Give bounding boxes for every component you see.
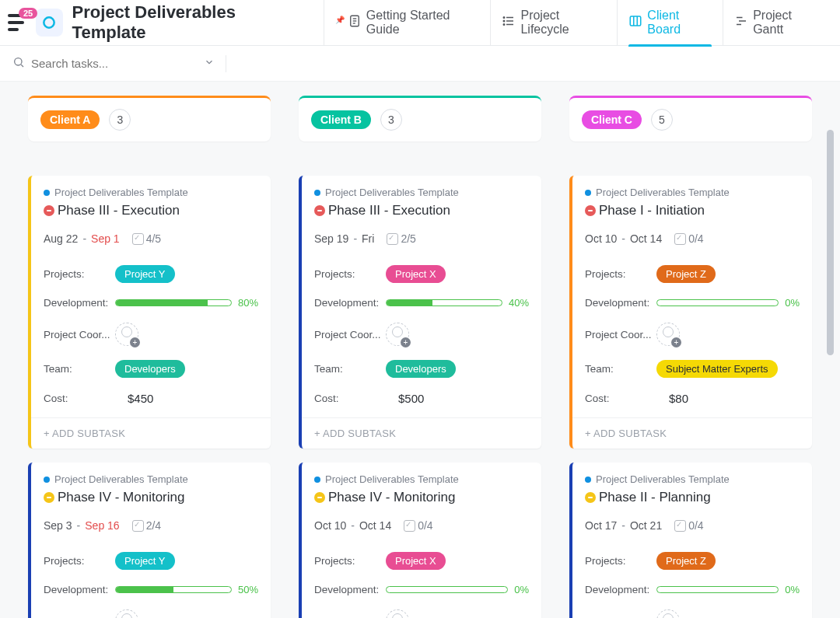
- task-card[interactable]: Project Deliverables Template Phase IV -…: [28, 463, 271, 618]
- subtask-indicator[interactable]: 2/4: [132, 519, 161, 532]
- breadcrumb[interactable]: Project Deliverables Template: [314, 187, 529, 198]
- project-tag[interactable]: Project Z: [656, 265, 716, 283]
- project-tag[interactable]: Project Z: [656, 552, 716, 570]
- progress-bar[interactable]: [386, 299, 502, 306]
- coordinator-label: Project Coor...: [314, 329, 386, 340]
- column-header[interactable]: Client B 3: [299, 96, 541, 141]
- date-from: Oct 10: [314, 519, 346, 532]
- date-row[interactable]: Oct 17 - Oct 21 0/4: [585, 519, 800, 532]
- task-card[interactable]: Project Deliverables Template Phase II -…: [569, 463, 812, 618]
- card-title[interactable]: Phase I - Initiation: [585, 203, 800, 218]
- view-tabs: 📌Getting Started GuideProject LifecycleC…: [324, 0, 832, 46]
- svg-line-18: [21, 65, 23, 67]
- projects-row: Projects: Project X: [314, 265, 529, 283]
- team-tag[interactable]: Developers: [115, 360, 185, 378]
- status-bullet-icon: [585, 205, 596, 216]
- breadcrumb[interactable]: Project Deliverables Template: [585, 473, 800, 485]
- task-card[interactable]: Project Deliverables Template Phase III …: [28, 176, 271, 449]
- subtask-indicator[interactable]: 4/5: [132, 232, 161, 245]
- date-row[interactable]: Oct 10 - Oct 14 0/4: [314, 519, 529, 532]
- menu-toggle[interactable]: 25: [8, 14, 30, 31]
- vertical-scrollbar[interactable]: [827, 130, 834, 355]
- task-card[interactable]: Project Deliverables Template Phase III …: [299, 176, 541, 449]
- team-label: Team:: [585, 363, 656, 375]
- projects-label: Projects:: [314, 268, 386, 280]
- coordinator-label: Project Coor...: [314, 616, 386, 619]
- project-tag[interactable]: Project Y: [115, 265, 175, 283]
- assign-avatar-placeholder[interactable]: [386, 609, 409, 618]
- subtask-indicator[interactable]: 0/4: [404, 519, 432, 532]
- date-row[interactable]: Aug 22 - Sep 1 4/5: [44, 232, 258, 245]
- card-title[interactable]: Phase III - Execution: [314, 203, 529, 218]
- progress-bar[interactable]: [115, 299, 232, 306]
- projects-row: Projects: Project Y: [44, 552, 258, 570]
- page-title: Project Deliverables Template: [72, 2, 305, 43]
- date-row[interactable]: Sep 3 - Sep 16 2/4: [44, 519, 258, 532]
- progress-percent: 80%: [238, 297, 258, 309]
- task-card[interactable]: Project Deliverables Template Phase I - …: [569, 176, 812, 449]
- assign-avatar-placeholder[interactable]: [386, 323, 409, 346]
- development-label: Development:: [314, 297, 386, 309]
- team-tag[interactable]: Developers: [386, 360, 456, 378]
- progress-bar[interactable]: [656, 299, 779, 306]
- date-row[interactable]: Sep 19 - Fri 2/5: [314, 232, 529, 245]
- list-icon: [502, 14, 516, 31]
- progress-bar[interactable]: [656, 586, 779, 593]
- project-tag[interactable]: Project X: [386, 552, 446, 570]
- search-box[interactable]: [12, 56, 215, 71]
- tab-client-board[interactable]: Client Board: [617, 0, 723, 46]
- development-row: Development: 0%: [585, 297, 800, 309]
- coordinator-label: Project Coor...: [585, 329, 656, 340]
- breadcrumb-text: Project Deliverables Template: [325, 187, 459, 198]
- breadcrumb[interactable]: Project Deliverables Template: [44, 187, 258, 198]
- assign-avatar-placeholder[interactable]: [115, 609, 138, 618]
- project-tag[interactable]: Project Y: [115, 552, 175, 570]
- date-to: Sep 16: [85, 519, 119, 532]
- team-row: Team: Subject Matter Experts: [585, 360, 800, 378]
- search-input[interactable]: [31, 57, 198, 70]
- add-subtask-button[interactable]: + ADD SUBTASK: [572, 417, 812, 449]
- assign-avatar-placeholder[interactable]: [115, 323, 138, 346]
- card-list: Project Deliverables Template Phase III …: [28, 176, 271, 618]
- pin-icon: 📌: [335, 16, 345, 24]
- progress-percent: 0%: [785, 584, 800, 595]
- card-title[interactable]: Phase IV - Monitoring: [44, 490, 258, 505]
- tab-project-gantt[interactable]: Project Gantt: [723, 0, 832, 46]
- task-card[interactable]: Project Deliverables Template Phase IV -…: [299, 463, 541, 618]
- column-chip[interactable]: Client A: [40, 110, 100, 129]
- breadcrumb-text: Project Deliverables Template: [54, 473, 188, 485]
- breadcrumb[interactable]: Project Deliverables Template: [585, 187, 800, 198]
- coordinator-row: Project Coor...: [585, 323, 800, 346]
- team-tag[interactable]: Subject Matter Experts: [656, 360, 778, 378]
- breadcrumb[interactable]: Project Deliverables Template: [314, 473, 529, 485]
- column-client-a: Client A 3 Project Deliverables Template…: [28, 96, 271, 618]
- column-header[interactable]: Client A 3: [28, 96, 271, 141]
- column-header[interactable]: Client C 5: [569, 96, 812, 141]
- svg-point-10: [504, 24, 506, 26]
- subtask-indicator[interactable]: 2/5: [387, 232, 415, 245]
- project-tag[interactable]: Project X: [386, 265, 446, 283]
- progress-bar[interactable]: [386, 586, 508, 593]
- subtask-indicator[interactable]: 0/4: [674, 232, 703, 245]
- progress-bar[interactable]: [115, 586, 232, 593]
- logo-icon[interactable]: [36, 9, 63, 37]
- tab-project-lifecycle[interactable]: Project Lifecycle: [490, 0, 617, 46]
- card-title[interactable]: Phase IV - Monitoring: [314, 490, 529, 505]
- chevron-down-icon[interactable]: [204, 57, 215, 70]
- add-subtask-button[interactable]: + ADD SUBTASK: [302, 417, 541, 449]
- dot-icon: [585, 190, 591, 196]
- assign-avatar-placeholder[interactable]: [656, 323, 680, 346]
- breadcrumb[interactable]: Project Deliverables Template: [44, 473, 258, 485]
- date-row[interactable]: Oct 10 - Oct 14 0/4: [585, 232, 800, 245]
- tab-getting-started-guide[interactable]: 📌Getting Started Guide: [324, 0, 491, 46]
- column-chip[interactable]: Client B: [311, 110, 371, 129]
- column-chip[interactable]: Client C: [582, 110, 642, 129]
- projects-label: Projects:: [314, 555, 386, 567]
- coordinator-label: Project Coor...: [585, 616, 656, 619]
- assign-avatar-placeholder[interactable]: [656, 609, 680, 618]
- card-title[interactable]: Phase II - Planning: [585, 490, 800, 505]
- card-title[interactable]: Phase III - Execution: [44, 203, 258, 218]
- add-subtask-button[interactable]: + ADD SUBTASK: [31, 417, 271, 449]
- cost-label: Cost:: [585, 393, 656, 404]
- subtask-indicator[interactable]: 0/4: [674, 519, 703, 532]
